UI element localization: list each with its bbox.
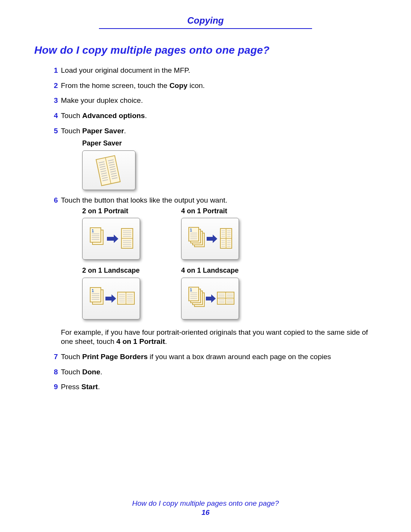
option-button-2on1-landscape[interactable]: 1 xyxy=(82,278,140,320)
four-on-one-portrait-icon: 1 xyxy=(185,222,235,256)
paper-saver-icon xyxy=(88,154,130,186)
step-3: Make your duplex choice. xyxy=(49,96,377,105)
step-text-pre: Touch xyxy=(61,353,82,361)
step-text-post: . xyxy=(98,383,100,391)
four-on-one-landscape-icon: 1 xyxy=(185,281,235,316)
step-text-pre: From the home screen, touch the xyxy=(61,81,169,89)
example-post: . xyxy=(165,337,167,345)
step-text-pre: Touch xyxy=(61,127,82,135)
two-on-one-portrait-icon: 1 xyxy=(86,222,136,256)
step-7: Touch Print Page Borders if you want a b… xyxy=(49,352,377,362)
step-text-post: . xyxy=(100,368,102,376)
paper-saver-label: Paper Saver xyxy=(82,139,377,148)
option-label: 4 on 1 Portrait xyxy=(181,206,280,216)
option-4on1-landscape: 4 on 1 Landscape 1 xyxy=(181,266,280,325)
svg-marker-27 xyxy=(107,235,118,243)
step-text-post: icon. xyxy=(188,81,205,89)
step-text-bold: Advanced options xyxy=(82,112,145,120)
option-label: 2 on 1 Portrait xyxy=(82,206,181,216)
footer-page-number: 16 xyxy=(0,508,411,517)
option-button-4on1-landscape[interactable]: 1 xyxy=(181,278,239,320)
svg-text:1: 1 xyxy=(190,228,192,232)
page-footer: How do I copy multiple pages onto one pa… xyxy=(0,499,411,517)
step-text: Load your original document in the MFP. xyxy=(61,66,190,74)
option-2on1-portrait: 2 on 1 Portrait 1 xyxy=(82,206,181,266)
example-pre: For example, if you have four portrait-o… xyxy=(61,328,368,346)
step-5: Touch Paper Saver. Paper Saver xyxy=(49,126,377,190)
step-text-pre: Touch xyxy=(61,368,82,376)
step-text-bold: Print Page Borders xyxy=(82,353,148,361)
step-4: Touch Advanced options. xyxy=(49,111,377,121)
step-text-post: if you want a box drawn around each page… xyxy=(148,353,331,361)
step-text: Touch the button that looks like the out… xyxy=(61,196,227,204)
svg-text:1: 1 xyxy=(92,289,94,293)
step-text-pre: Touch xyxy=(61,112,82,120)
option-2on1-landscape: 2 on 1 Landscape 1 xyxy=(82,266,181,325)
step-text-bold: Done xyxy=(82,368,100,376)
two-on-one-landscape-icon: 1 xyxy=(86,281,136,316)
option-4on1-portrait: 4 on 1 Portrait 1 xyxy=(181,206,280,266)
paper-saver-button[interactable] xyxy=(82,150,135,190)
step-1: Load your original document in the MFP. xyxy=(49,66,377,75)
option-button-4on1-portrait[interactable]: 1 xyxy=(181,218,239,260)
section-header: Copying xyxy=(34,15,377,26)
example-bold: 4 on 1 Portrait xyxy=(116,337,165,345)
svg-text:1: 1 xyxy=(190,288,192,292)
option-button-2on1-portrait[interactable]: 1 xyxy=(82,218,140,260)
paper-saver-options: 2 on 1 Portrait 1 xyxy=(82,206,377,326)
steps-list: Load your original document in the MFP. … xyxy=(34,66,377,392)
option-label: 4 on 1 Landscape xyxy=(181,266,280,275)
step-8: Touch Done. xyxy=(49,367,377,377)
page-title: How do I copy multiple pages onto one pa… xyxy=(34,44,377,56)
footer-question: How do I copy multiple pages onto one pa… xyxy=(0,499,411,508)
svg-marker-96 xyxy=(206,294,216,303)
step-text-bold: Start xyxy=(81,383,98,391)
step-text-bold: Copy xyxy=(169,81,188,89)
option-label: 2 on 1 Landscape xyxy=(82,266,181,275)
svg-marker-47 xyxy=(207,235,217,243)
step-text-post: . xyxy=(145,112,147,120)
step-text-post: . xyxy=(124,127,126,135)
step-text: Make your duplex choice. xyxy=(61,96,143,104)
step-text-bold: Paper Saver xyxy=(82,127,124,135)
svg-text:1: 1 xyxy=(92,229,94,233)
section-rule xyxy=(99,28,312,29)
step-text-pre: Press xyxy=(61,383,81,391)
step-2: From the home screen, touch the Copy ico… xyxy=(49,81,377,91)
svg-marker-74 xyxy=(105,294,116,303)
example-text: For example, if you have four portrait-o… xyxy=(61,328,377,347)
step-9: Press Start. xyxy=(49,382,377,392)
step-6: Touch the button that looks like the out… xyxy=(49,195,377,347)
